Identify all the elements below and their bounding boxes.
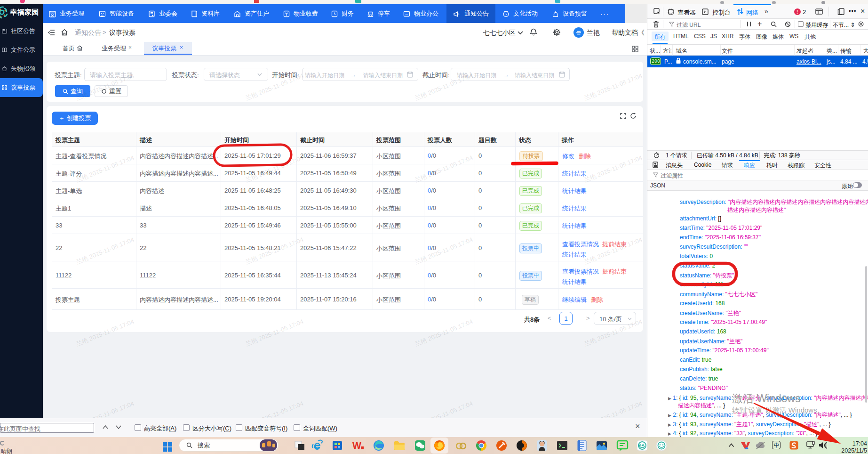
svg-text:W: W	[352, 440, 361, 451]
